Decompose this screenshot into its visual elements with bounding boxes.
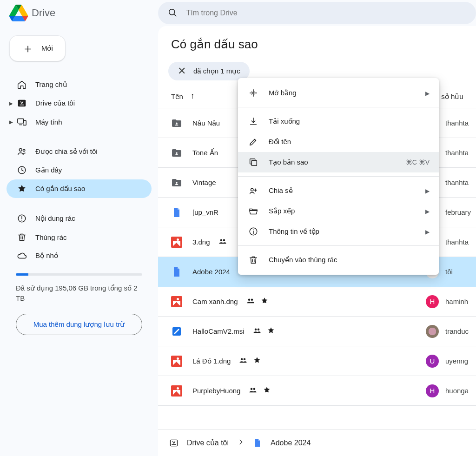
info-icon [248,226,258,237]
file-name: Cam xanh.dng [192,297,238,305]
brand-name: Drive [32,7,55,19]
owner-avatar: H [426,384,439,397]
file-type-icon [171,385,182,397]
search-bar[interactable] [158,2,476,24]
owner-name: huonga [445,387,469,395]
folder-open-icon [248,206,258,216]
selection-chip: ✕ đã chọn 1 mục [168,62,250,80]
file-row[interactable]: Lá Đỏ 1.dngUuyenng [158,346,476,376]
svg-point-10 [21,220,22,220]
nav-label: Trang chủ [35,80,67,89]
app-header: Drive [0,0,476,26]
new-button-label: Mới [41,44,53,53]
drive-square-icon [17,98,27,108]
rename-icon [248,137,258,147]
svg-rect-26 [251,160,257,165]
nav-storage[interactable]: Bộ nhớ [7,246,152,265]
nav-starred[interactable]: Có gắn dấu sao [7,179,152,198]
spam-icon [17,213,27,224]
breadcrumb-current: Adobe 2024 [271,439,311,447]
file-row[interactable]: PurplebyHuongHhuonga [158,376,476,406]
file-row[interactable]: HalloCamV2.msitranduc [158,317,476,346]
nav-spam[interactable]: Nội dung rác [7,209,152,228]
menu-organize[interactable]: Sắp xếp▶ [238,201,439,221]
col-name-label: Tên [171,93,183,100]
expand-icon[interactable]: ▶ [9,119,13,125]
menu-label: Tạo bản sao [269,158,396,166]
open-with-icon [248,88,258,98]
file-name: Adobe 2024 [192,268,230,276]
file-name: PurplebyHuong [192,387,240,395]
file-type-icon [171,326,182,337]
selection-count: đã chọn 1 mục [193,67,240,75]
buy-storage-button[interactable]: Mua thêm dung lượng lưu trữ [16,314,142,335]
shared-icon [239,356,247,366]
svg-point-12 [176,152,178,154]
file-row[interactable]: Cam xanh.dngHhaminh [158,287,476,317]
owner-name: haminh [445,297,468,305]
chevron-right-icon: ▶ [425,229,430,235]
file-name: Nâu Nâu [192,119,220,127]
svg-point-14 [220,239,222,242]
nav-home[interactable]: Trang chủ [7,75,152,94]
nav-recent[interactable]: Gần đây [7,161,152,179]
nav-trash[interactable]: Thùng rác [7,228,152,246]
expand-icon[interactable]: ▶ [9,101,13,106]
menu-rename[interactable]: Đổi tên [238,132,439,152]
file-type-icon [171,118,182,129]
owner-avatar: U [426,355,439,368]
menu-fileInfo[interactable]: Thông tin về tệp▶ [238,221,439,242]
menu-label: Sắp xếp [269,207,415,215]
menu-copy[interactable]: Tạo bản sao⌘C ⌘V [238,152,439,172]
svg-point-11 [176,122,178,124]
menu-trash[interactable]: Chuyển vào thùng rác [238,250,439,270]
breadcrumb: Drive của tôi Adobe 2024 [158,429,476,456]
svg-point-22 [244,358,246,361]
new-button[interactable]: ＋ Mới [9,35,66,61]
svg-point-5 [19,148,22,151]
owner-avatar [426,325,439,338]
owner-name: thanhta [445,149,469,157]
svg-point-20 [257,329,259,331]
doc-icon [253,438,262,448]
file-name: [up_vnR [192,208,218,216]
owner-name: tôi [445,268,453,276]
menu-openWith[interactable]: Mở bằng▶ [238,83,439,103]
menu-label: Chia sẻ [269,186,415,195]
menu-label: Thông tin về tệp [269,227,415,236]
shared-icon [249,386,257,396]
star-icon [263,386,271,396]
svg-point-19 [254,329,257,331]
search-input[interactable] [186,9,467,17]
nav-shared[interactable]: Được chia sẻ với tôi [7,142,152,161]
star-icon [260,297,269,306]
svg-point-30 [253,230,254,231]
owner-name: thanhta [445,119,469,127]
nav-label: Máy tính [35,118,62,126]
menu-download[interactable]: Tải xuống [238,111,439,132]
home-icon [17,79,27,90]
owner-name: thanhta [445,178,469,186]
breadcrumb-root[interactable]: Drive của tôi [187,438,229,447]
nav-computers[interactable]: ▶ Máy tính [7,112,152,131]
nav-primary: Trang chủ ▶ Drive của tôi ▶ Máy tính [7,75,152,131]
shared-icon [218,237,227,247]
nav-my-drive[interactable]: ▶ Drive của tôi [7,94,152,112]
clock-icon [17,165,27,175]
page-title: Có gắn dấu sao [158,37,476,62]
chevron-right-icon: ▶ [425,208,430,215]
file-name: 3.dng [192,238,210,246]
svg-point-17 [251,299,253,301]
menu-label: Tải xuống [269,117,430,126]
svg-point-6 [23,149,25,151]
sort-asc-icon: ↑ [191,91,195,101]
devices-icon [17,117,27,127]
menu-share[interactable]: Chia sẻ▶ [238,180,439,201]
trash-icon [17,232,27,242]
nav-label: Gần đây [35,166,62,174]
file-type-icon [171,296,182,307]
people-icon [17,146,27,157]
brand-block: Drive [0,4,158,22]
trash-icon [248,255,258,265]
shared-icon [246,297,255,306]
